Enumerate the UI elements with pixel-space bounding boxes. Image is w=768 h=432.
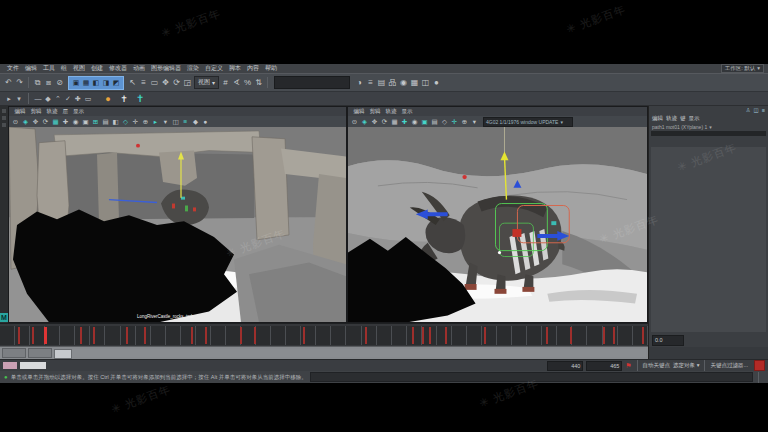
frame-icon[interactable]: ▣ [420,117,429,127]
scrollbar-track[interactable] [54,349,646,357]
menu-item[interactable]: 编辑 [12,107,28,116]
frame-icon[interactable]: ▣ [81,117,90,127]
keyframe-marker[interactable] [80,327,82,344]
collapse-icon[interactable]: ▾ [14,93,24,105]
maxscript-badge[interactable]: M [0,313,8,322]
layer-manager-icon[interactable]: ▤ [376,75,387,90]
menu-item[interactable]: 层 [60,107,71,116]
menu-item[interactable]: 编辑 [652,114,663,123]
menu-item[interactable]: 工具 [40,64,58,73]
viewport-right-scene[interactable] [348,127,647,322]
gizmo-icon[interactable]: ◈ [360,117,369,127]
menu-item[interactable]: 渲染 [184,64,202,73]
time-value-field[interactable]: 0.0 [652,335,684,346]
gizmo-icon[interactable]: ◈ [21,117,30,127]
status-input[interactable] [310,372,753,382]
dash-icon[interactable]: — [33,93,43,105]
rect-icon[interactable]: ▭ [83,93,93,105]
keyframe-marker[interactable] [422,327,424,344]
menu-item[interactable]: 图形编辑器 [148,64,184,73]
controller-path[interactable]: path1 mot01 (XYplane) 1 ▾ [649,123,768,131]
keyframe-marker[interactable] [429,327,431,344]
keyframe-marker[interactable] [365,327,367,344]
keyframe-marker[interactable] [642,327,644,344]
spinner-snap-icon[interactable]: ⇅ [253,75,264,90]
workspace-dropdown[interactable]: 工作区: 默认 ▾ [721,64,764,73]
add-icon[interactable]: ✚ [61,117,70,127]
keyframe-marker[interactable] [205,327,207,344]
reference-coordinate-dropdown[interactable]: 视图 ▾ [194,76,219,89]
menu-item[interactable]: 轨迹 [666,114,677,123]
dropdown-icon[interactable]: ▾ [470,117,479,127]
keyframe-marker[interactable] [303,327,305,344]
add-icon[interactable]: ✚ [400,117,409,127]
select-and-rotate-icon[interactable]: ⟳ [171,75,182,90]
selected-object-dropdown[interactable]: 选定对象 ▾ [673,362,699,369]
render-icon[interactable]: ● [431,75,442,90]
diamond-outline-icon[interactable]: ◇ [121,117,130,127]
frame-end-field[interactable]: 465 [586,361,622,371]
target-icon[interactable]: ◉ [410,117,419,127]
keyframe-marker[interactable] [546,327,548,344]
diamond-outline-icon[interactable]: ◇ [440,117,449,127]
menu-item[interactable]: 编辑 [351,107,367,116]
rotate-icon[interactable]: ⟳ [41,117,50,127]
user-icon[interactable]: ♙ [746,106,751,114]
keyframe-marker[interactable] [32,327,34,344]
move-icon[interactable]: ✥ [370,117,379,127]
menu-item[interactable]: 显示 [399,107,415,116]
keyframe-marker[interactable] [613,327,615,344]
panel-menu-icon[interactable]: ≡ [762,106,765,114]
layout-icon[interactable]: ⊞ [91,117,100,127]
redo-icon[interactable]: ↷ [14,75,25,90]
play-small-icon[interactable]: ▸ [151,117,160,127]
scroll-right-button[interactable] [28,348,52,358]
list-icon[interactable]: ≡ [181,117,190,127]
scrollbar-thumb[interactable] [54,349,72,359]
key-filters-button[interactable]: 关键点过滤器... [710,362,748,369]
caret-icon[interactable]: ⌃ [53,93,63,105]
keyframe-marker[interactable] [412,327,414,344]
viewport-left-scene[interactable]: LongRiverCastle_rocks_tmb [9,127,346,322]
biped-tool-icon[interactable]: ✝ [135,93,145,105]
menu-item[interactable]: 脚本 [226,64,244,73]
grid-icon[interactable]: ▦ [390,117,399,127]
maxscript-mini-listener-white[interactable] [20,362,46,369]
keyframe-marker[interactable] [126,327,128,344]
region-select-icon[interactable]: ▭ [149,75,160,90]
schematic-view-icon[interactable]: 品 [387,75,398,90]
zoom-icon[interactable]: ⊕ [460,117,469,127]
filter-lights-icon[interactable]: ◨ [101,77,111,88]
set-key-flag-icon[interactable]: ⚑ [625,362,631,370]
menu-item[interactable]: 创建 [88,64,106,73]
material-editor-icon[interactable]: ◉ [398,75,409,90]
named-selection-input[interactable] [274,76,350,89]
angle-snap-icon[interactable]: ∢ [231,75,242,90]
time-scrollbar[interactable] [0,346,648,359]
menu-item[interactable]: 帮助 [262,64,280,73]
track-bar[interactable] [0,323,648,346]
menu-item[interactable]: 编辑 [22,64,40,73]
camera-icon[interactable]: ⊙ [11,117,20,127]
expand-icon[interactable]: ▸ [4,93,14,105]
keyframe-marker[interactable] [570,327,572,344]
menu-item[interactable]: 剪辑 [28,107,44,116]
menu-item[interactable]: 键 [680,114,686,123]
select-object-icon[interactable]: ↖ [127,75,138,90]
grid-icon[interactable]: ▦ [51,117,60,127]
mirror-icon[interactable]: ◑ [354,75,365,90]
key-icon[interactable]: ◆ [191,117,200,127]
align-icon[interactable]: ≡ [365,75,376,90]
panel-icon[interactable]: ◫ [171,117,180,127]
select-and-scale-icon[interactable]: ◲ [182,75,193,90]
plus-icon[interactable]: ✚ [73,93,83,105]
diamond-icon[interactable]: ◆ [43,93,53,105]
keyframe-marker[interactable] [18,327,20,344]
menu-item[interactable]: 内容 [244,64,262,73]
selection-filter-box[interactable]: ▣▦◧◨◩ [68,76,124,90]
menu-item[interactable]: 文件 [4,64,22,73]
filter-cameras-icon[interactable]: ◩ [111,77,121,88]
keyframe-marker[interactable] [484,327,486,344]
menu-item[interactable]: 显示 [71,107,87,116]
filter-all-icon[interactable]: ▣ [71,77,81,88]
